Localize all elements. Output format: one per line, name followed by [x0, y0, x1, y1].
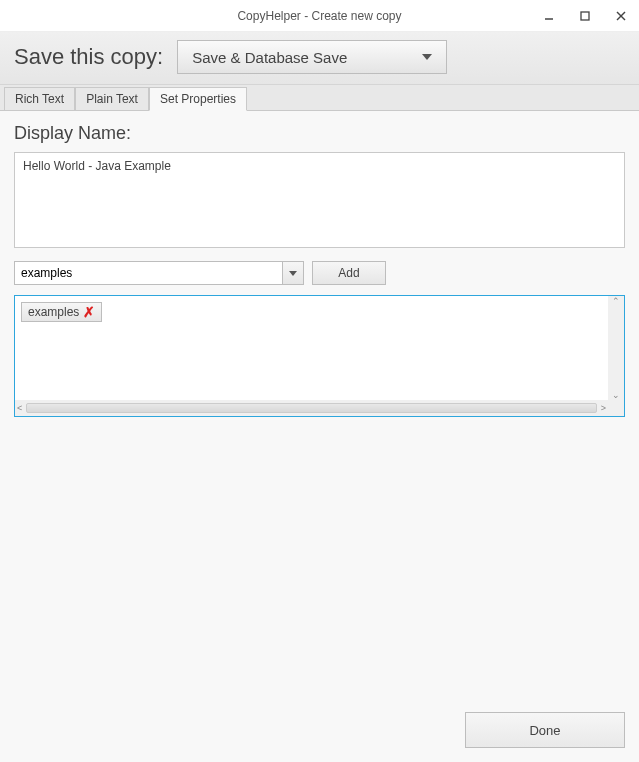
tag-combo [14, 261, 304, 285]
tag-item[interactable]: examples ✗ [21, 302, 102, 322]
add-button[interactable]: Add [312, 261, 386, 285]
tag-list-inner: examples ✗ [15, 296, 608, 400]
titlebar[interactable]: CopyHelper - Create new copy [0, 0, 639, 32]
horizontal-scrollbar[interactable]: < > [15, 400, 608, 416]
svg-rect-1 [581, 12, 589, 20]
save-label: Save this copy: [14, 44, 163, 70]
save-mode-value: Save & Database Save [192, 49, 347, 66]
scroll-up-icon: ⌃ [612, 296, 620, 306]
svg-marker-4 [422, 54, 432, 60]
tag-combo-input[interactable] [14, 261, 282, 285]
header-row: Save this copy: Save & Database Save [0, 32, 639, 85]
chevron-down-icon [289, 271, 297, 276]
tab-set-properties[interactable]: Set Properties [149, 87, 247, 111]
tag-list-box: examples ✗ ⌃ ⌄ < > [14, 295, 625, 417]
tab-plain-text[interactable]: Plain Text [75, 87, 149, 111]
display-name-label: Display Name: [14, 123, 625, 144]
tag-add-row: Add [14, 261, 625, 285]
window-title: CopyHelper - Create new copy [237, 9, 401, 23]
svg-marker-5 [289, 271, 297, 276]
chevron-down-icon [422, 54, 432, 60]
vertical-scrollbar[interactable]: ⌃ ⌄ [608, 296, 624, 400]
window-controls [531, 0, 639, 32]
scroll-left-icon: < [17, 403, 22, 413]
tab-content: Display Name: Add examples ✗ ⌃ ⌄ [0, 111, 639, 762]
tabs-row: Rich Text Plain Text Set Properties [0, 85, 639, 111]
app-window: CopyHelper - Create new copy Save this c… [0, 0, 639, 762]
scroll-down-icon: ⌄ [612, 390, 620, 400]
tag-label: examples [28, 305, 79, 319]
done-button[interactable]: Done [465, 712, 625, 748]
maximize-button[interactable] [567, 0, 603, 32]
close-button[interactable] [603, 0, 639, 32]
minimize-button[interactable] [531, 0, 567, 32]
remove-tag-icon[interactable]: ✗ [83, 305, 95, 319]
tab-rich-text[interactable]: Rich Text [4, 87, 75, 111]
scroll-right-icon: > [601, 403, 606, 413]
scroll-track[interactable] [26, 403, 596, 413]
tag-combo-dropdown-button[interactable] [282, 261, 304, 285]
display-name-input[interactable] [14, 152, 625, 248]
save-mode-dropdown[interactable]: Save & Database Save [177, 40, 447, 74]
scroll-corner [608, 400, 624, 416]
